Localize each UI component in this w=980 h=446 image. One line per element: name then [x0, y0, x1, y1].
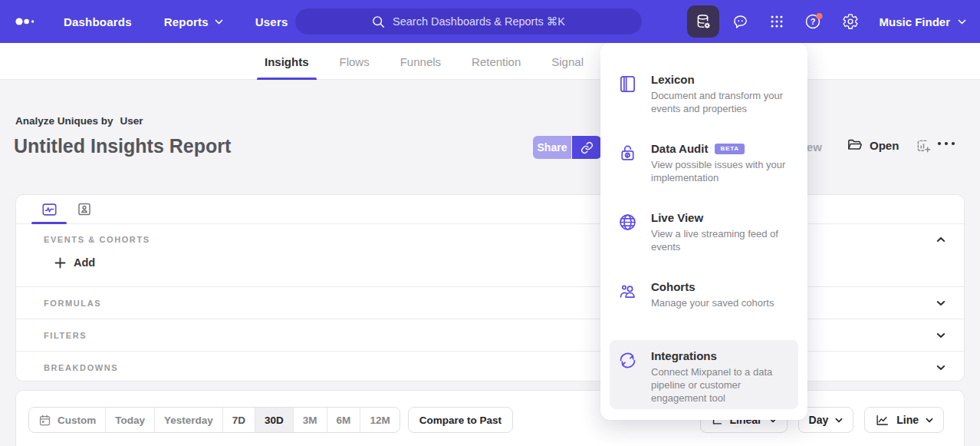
menu-item-cohorts[interactable]: Cohorts Manage your saved cohorts	[610, 271, 798, 340]
folder-open-icon	[847, 137, 863, 153]
filters-header[interactable]: FILTERS	[16, 319, 964, 351]
formulas-section: FORMULAS	[16, 287, 964, 319]
top-navbar: Dashboards Reports Users Search Dashboar…	[0, 0, 980, 43]
people-icon	[617, 281, 638, 302]
nav-dashboards[interactable]: Dashboards	[64, 15, 132, 28]
section-label: FILTERS	[44, 331, 87, 340]
menu-item-data-audit[interactable]: Data Audit BETA View possible issues wit…	[610, 133, 798, 202]
line-chart-icon	[875, 414, 890, 427]
primary-nav: Dashboards Reports Users	[64, 15, 320, 28]
profiles-mode-tab[interactable]	[67, 195, 102, 223]
database-gear-icon	[695, 13, 712, 31]
tab-funnels[interactable]: Funnels	[400, 43, 441, 80]
pulse-chart-icon	[41, 201, 58, 218]
section-label: EVENTS & COHORTS	[44, 235, 150, 244]
breakdowns-header[interactable]: BREAKDOWNS	[16, 352, 964, 383]
chat-bubble-icon	[732, 13, 749, 31]
time-range-card: Custom Today Yesterday 7D 30D 3M 6M 12M …	[15, 390, 965, 446]
analyze-label: Analyze Uniques by	[15, 115, 113, 127]
nav-reports[interactable]: Reports	[164, 15, 223, 28]
filters-section: FILTERS	[16, 319, 964, 352]
link-icon	[580, 141, 594, 154]
report-subtitle: Analyze Uniques by User	[15, 115, 143, 127]
page-title: Untitled Insights Report	[14, 135, 231, 157]
grid-dots-icon	[768, 13, 785, 30]
app-window: Dashboards Reports Users Search Dashboar…	[0, 0, 980, 446]
tab-signal[interactable]: Signal	[551, 43, 584, 80]
chevron-down-icon[interactable]	[936, 332, 945, 339]
notification-dot	[817, 13, 823, 19]
breakdowns-section: BREAKDOWNS	[16, 352, 964, 383]
query-builder-card: EVENTS & COHORTS Add FORMULAS FILTERS	[15, 194, 965, 382]
add-event-button[interactable]: Add	[54, 256, 95, 269]
nav-users[interactable]: Users	[255, 15, 288, 28]
beta-badge: BETA	[715, 144, 744, 154]
preset-12m[interactable]: 12M	[360, 408, 399, 432]
add-to-dashboard-icon	[916, 138, 932, 154]
search-placeholder: Search Dashboards & Reports ⌘K	[393, 15, 565, 28]
global-search-input[interactable]: Search Dashboards & Reports ⌘K	[295, 8, 642, 35]
tab-retention[interactable]: Retention	[472, 43, 521, 80]
chart-type-dropdown[interactable]: Line	[864, 407, 944, 433]
report-tabs: Insights Flows Funnels Retention Signal …	[265, 43, 649, 80]
menu-item-lexicon[interactable]: Lexicon Document and transform your even…	[610, 64, 798, 133]
compare-to-past-button[interactable]: Compare to Past	[408, 407, 513, 433]
share-button[interactable]: Share	[533, 136, 571, 159]
preset-3m[interactable]: 3M	[293, 408, 327, 432]
sync-icon	[617, 350, 638, 371]
help-button[interactable]: ?	[797, 5, 830, 38]
report-tabs-bar: Insights Flows Funnels Retention Signal …	[0, 43, 980, 80]
svg-text:?: ?	[811, 17, 816, 26]
events-cohorts-header[interactable]: EVENTS & COHORTS	[16, 224, 964, 255]
preset-6m[interactable]: 6M	[327, 408, 360, 432]
apps-grid-button[interactable]	[761, 5, 793, 38]
chevron-down-icon[interactable]	[936, 300, 945, 306]
menu-item-integrations[interactable]: Integrations Connect Mixpanel to a data …	[610, 340, 798, 409]
chevron-down-icon	[215, 19, 223, 25]
data-management-button[interactable]	[687, 5, 719, 38]
search-icon	[372, 15, 385, 28]
kebab-menu-icon	[937, 141, 955, 146]
help-icon: ?	[804, 12, 824, 31]
preset-today[interactable]: Today	[105, 408, 154, 432]
data-tools-menu: Lexicon Document and transform your even…	[600, 42, 807, 420]
preset-yesterday[interactable]: Yesterday	[154, 408, 222, 432]
preset-30d[interactable]: 30D	[255, 408, 293, 432]
builder-mode-tabs	[16, 195, 964, 224]
audit-lock-icon	[617, 143, 638, 164]
project-name: Music Finder	[879, 15, 950, 28]
preset-custom[interactable]: Custom	[29, 408, 105, 432]
copy-link-button[interactable]	[572, 136, 601, 159]
gear-icon	[842, 13, 859, 30]
preset-7d[interactable]: 7D	[222, 408, 255, 432]
tab-insights[interactable]: Insights	[265, 43, 309, 80]
add-to-dashboard-button[interactable]	[916, 138, 932, 154]
formulas-header[interactable]: FORMULAS	[16, 287, 964, 319]
plus-icon	[54, 257, 66, 269]
tab-flows[interactable]: Flows	[340, 43, 370, 80]
calendar-icon	[38, 414, 51, 427]
chevron-up-icon[interactable]	[936, 236, 945, 243]
events-cohorts-section: EVENTS & COHORTS Add	[16, 224, 964, 287]
open-report-button[interactable]: Open	[847, 137, 899, 153]
analyze-entity-selector[interactable]: User	[120, 115, 143, 127]
events-mode-tab[interactable]	[31, 195, 67, 223]
mixpanel-logo[interactable]	[15, 17, 36, 26]
person-card-icon	[76, 201, 93, 217]
section-label: BREAKDOWNS	[44, 363, 118, 372]
project-switcher[interactable]: Music Finder	[879, 15, 966, 28]
logo-dots-icon	[15, 17, 36, 26]
more-options-button[interactable]	[937, 141, 955, 146]
book-icon	[617, 74, 638, 94]
feedback-button[interactable]	[724, 5, 756, 38]
chevron-down-icon	[835, 418, 843, 423]
globe-icon	[617, 212, 638, 233]
menu-item-live-view[interactable]: Live View View a live streaming feed of …	[610, 202, 798, 271]
chevron-down-icon	[926, 418, 933, 423]
settings-button[interactable]	[834, 5, 867, 38]
navbar-actions: ? Music Finder	[687, 0, 966, 43]
section-label: FORMULAS	[44, 299, 101, 308]
share-split-button: Share	[533, 136, 601, 159]
chevron-down-icon	[958, 19, 966, 25]
chevron-down-icon[interactable]	[936, 365, 945, 371]
